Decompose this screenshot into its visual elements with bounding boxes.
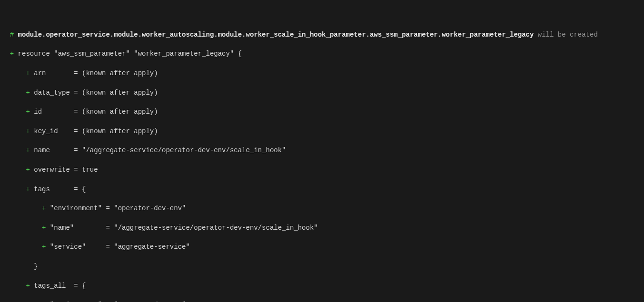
attr-text: tags_all = { [30,282,86,290]
plus-icon: + [26,166,30,174]
attr-tags-all-environment: + "environment" = "operator-dev-env" [2,300,642,302]
attr-text: overwrite = true [30,166,98,174]
attr-tags-name: + "name" = "/aggregate-service/operator-… [2,223,642,233]
attr-data-type: + data_type = (known after apply) [2,88,642,97]
resource-decl-text: resource "aws_ssm_parameter" "worker_par… [14,50,242,58]
attr-tags-open: + tags = { [2,185,642,194]
attr-tags-service: + "service" = "aggregate-service" [2,242,642,252]
attr-text: "name" = "/aggregate-service/operator-de… [46,224,317,232]
attr-text: id = (known after apply) [30,108,158,116]
attr-text: key_id = (known after apply) [30,127,158,135]
hash-icon: # [10,31,14,39]
attr-name: + name = "/aggregate-service/operator-de… [2,146,642,155]
attr-key-id: + key_id = (known after apply) [2,127,642,136]
resource-header: # module.operator_service.module.worker_… [2,30,642,39]
plus-icon: + [10,50,14,58]
resource-declaration: + resource "aws_ssm_parameter" "worker_p… [2,49,642,58]
attr-text: data_type = (known after apply) [30,89,158,97]
plus-icon: + [26,108,30,116]
resource-action: will be created [534,31,597,39]
attr-text: name = "/aggregate-service/operator-dev-… [30,146,286,154]
plus-icon: + [26,127,30,135]
attr-tags-all-open: + tags_all = { [2,281,642,291]
attr-tags-close: } [2,262,642,271]
attr-text: "service" = "aggregate-service" [46,243,189,251]
resource-path: module.operator_service.module.worker_au… [14,31,534,39]
attr-text: arn = (known after apply) [30,69,158,77]
attr-overwrite: + overwrite = true [2,165,642,175]
attr-text: tags = { [30,185,86,193]
plus-icon: + [26,282,30,290]
attr-text: "environment" = "operator-dev-env" [46,205,186,212]
attr-arn: + arn = (known after apply) [2,68,642,78]
plus-icon: + [26,185,30,193]
plus-icon: + [26,89,30,97]
plus-icon: + [26,69,30,77]
attr-id: + id = (known after apply) [2,107,642,117]
plus-icon: + [26,146,30,154]
attr-tags-environment: + "environment" = "operator-dev-env" [2,204,642,213]
